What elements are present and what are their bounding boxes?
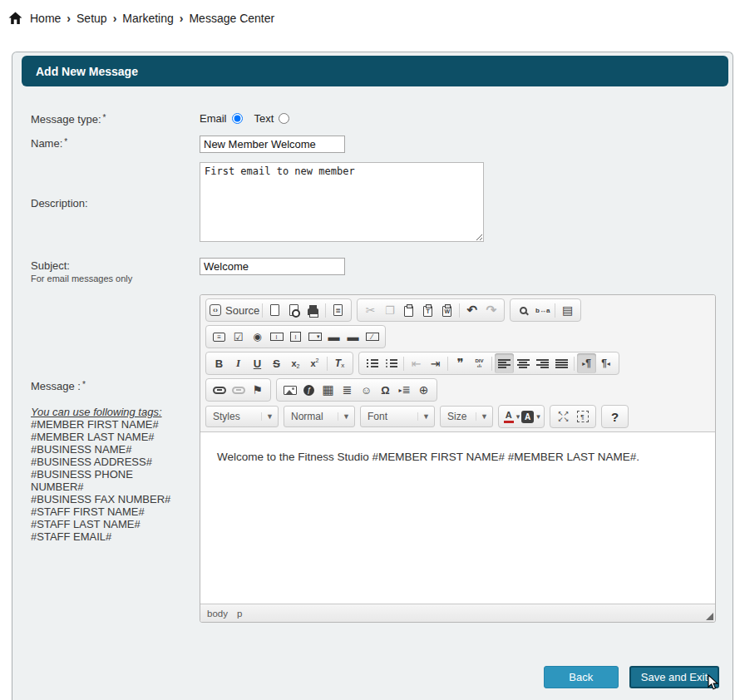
image-button-icon [348, 330, 359, 343]
editor-content-area[interactable]: Welcome to the Fitness Studio #MEMBER FI… [200, 432, 715, 604]
editor-path-bar: bodyp [200, 604, 715, 622]
breadcrumb-item-setup[interactable]: Setup [76, 12, 107, 25]
message-type-radio-email[interactable] [232, 113, 243, 124]
toolbar-group [205, 352, 353, 375]
toolbar-button-bulleted-list[interactable] [382, 353, 401, 373]
path-item-p[interactable]: p [237, 609, 242, 619]
toolbar-button-align-left[interactable] [495, 353, 514, 373]
breadcrumb-separator: › [67, 12, 71, 25]
select-all-icon [562, 303, 573, 317]
toolbar-button-textarea-field[interactable] [286, 327, 305, 347]
description-textarea[interactable]: First email to new member [200, 162, 484, 242]
toolbar-button-table[interactable] [318, 380, 338, 400]
toolbar-button-hidden-field[interactable] [363, 327, 382, 347]
styles-dropdown[interactable]: Styles▼ [205, 406, 279, 427]
message-type-label: Message type:* [31, 111, 200, 126]
toolbar-button-iframe[interactable] [414, 380, 433, 400]
blockquote-icon [456, 356, 463, 371]
horizontal-rule-icon [343, 383, 353, 397]
toolbar-button-undo[interactable] [462, 300, 481, 320]
toolbar-button-maximize[interactable] [554, 407, 573, 426]
toolbar-button-align-justify[interactable] [552, 353, 571, 373]
background-color-icon [521, 411, 534, 423]
toolbar-button-numbered-list[interactable] [363, 353, 382, 373]
align-left-icon [498, 359, 511, 368]
preview-icon [289, 304, 298, 316]
breadcrumb-item-home[interactable]: Home [30, 12, 61, 25]
subject-input[interactable] [200, 258, 345, 275]
toolbar-button-align-right[interactable] [533, 353, 552, 373]
editor-paragraph[interactable]: Welcome to the Fitness Studio #MEMBER FI… [217, 451, 698, 463]
toolbar-button-page-break[interactable] [395, 380, 414, 400]
toolbar-button-form[interactable] [210, 327, 229, 347]
breadcrumb-item-message-center[interactable]: Message Center [189, 12, 274, 25]
toolbar-button-smiley[interactable] [357, 380, 376, 400]
toolbar-button-selection-field[interactable] [305, 327, 324, 347]
name-input[interactable] [200, 136, 345, 153]
toolbar-button-preview[interactable] [284, 300, 303, 320]
toolbar-button-link[interactable] [210, 380, 229, 400]
toolbar-button-flash[interactable] [299, 380, 318, 400]
size-dropdown[interactable]: Size▼ [440, 406, 493, 427]
align-justify-icon [555, 359, 568, 368]
toolbar-button-background-color[interactable]: ▾ [521, 407, 540, 426]
toolbar-button-underline[interactable] [248, 353, 267, 373]
back-button[interactable]: Back [544, 666, 619, 688]
toolbar-button-anchor[interactable] [248, 380, 267, 400]
toolbar-button-print[interactable] [303, 300, 323, 320]
toolbar-button-align-center[interactable] [514, 353, 533, 373]
toolbar-button-source[interactable]: Source [210, 300, 259, 320]
toolbar-button-subscript[interactable] [286, 353, 305, 373]
toolbar-button-find[interactable] [514, 300, 533, 320]
toolbar-button-text-field[interactable] [267, 327, 286, 347]
toolbar-button-superscript[interactable] [305, 353, 324, 373]
bold-icon [215, 357, 223, 370]
toolbar-button-paste-word[interactable] [437, 300, 456, 320]
toolbar-button-about[interactable] [605, 407, 624, 426]
toolbar-button-paste[interactable] [399, 300, 418, 320]
save-and-exit-button[interactable]: Save and Exit [629, 666, 719, 688]
font-dropdown[interactable]: Font▼ [360, 406, 435, 427]
toolbar-button-bold[interactable] [210, 353, 229, 373]
page-break-icon [398, 384, 410, 396]
toolbar-button-copy [380, 300, 399, 320]
toolbar-button-show-blocks[interactable] [573, 407, 592, 426]
format-dropdown[interactable]: Normal▼ [284, 406, 355, 427]
message-label: Message :* [31, 380, 200, 392]
chevron-down-icon: ▼ [476, 412, 488, 421]
toolbar-button-button-field[interactable] [324, 327, 343, 347]
button-field-icon [328, 330, 340, 343]
replace-icon [535, 307, 550, 314]
toolbar-button-paste-text[interactable] [418, 300, 437, 320]
editor-resize-handle[interactable] [706, 613, 713, 620]
toolbar-button-image-button[interactable] [343, 327, 363, 347]
toolbar-button-italic[interactable] [229, 353, 248, 373]
templates-icon [333, 304, 343, 316]
path-item-body[interactable]: body [207, 609, 228, 619]
breadcrumb-item-marketing[interactable]: Marketing [122, 12, 173, 25]
toolbar-button-strikethrough[interactable] [267, 353, 286, 373]
align-center-icon [517, 359, 530, 368]
toolbar-button-indent[interactable] [426, 353, 445, 373]
message-type-radio-text[interactable] [279, 113, 289, 124]
toolbar-button-text-color[interactable]: ▾ [502, 407, 521, 426]
toolbar-button-remove-format[interactable] [330, 353, 349, 373]
toolbar-button-checkbox[interactable] [229, 327, 248, 347]
toolbar-button-replace[interactable] [533, 300, 552, 320]
required-asterisk: * [82, 380, 86, 389]
toolbar-button-blockquote[interactable] [451, 353, 470, 373]
toolbar-button-new-page[interactable] [265, 300, 284, 320]
toolbar-button-templates[interactable] [328, 300, 348, 320]
toolbar-button-radio-button[interactable] [248, 327, 267, 347]
remove-format-icon [335, 357, 344, 369]
toolbar-button-horizontal-rule[interactable] [338, 380, 357, 400]
toolbar-button-select-all[interactable] [558, 300, 577, 320]
name-label: Name:* [31, 136, 200, 153]
copy-icon [385, 304, 395, 317]
toolbar-button-special-character[interactable] [376, 380, 395, 400]
toolbar-button-image[interactable] [280, 380, 299, 400]
toolbar-button-div-container[interactable] [470, 353, 489, 373]
toolbar-button-text-direction-rtl[interactable] [596, 353, 615, 373]
toolbar-button-text-direction-ltr[interactable] [577, 353, 596, 373]
home-icon[interactable] [8, 12, 22, 25]
